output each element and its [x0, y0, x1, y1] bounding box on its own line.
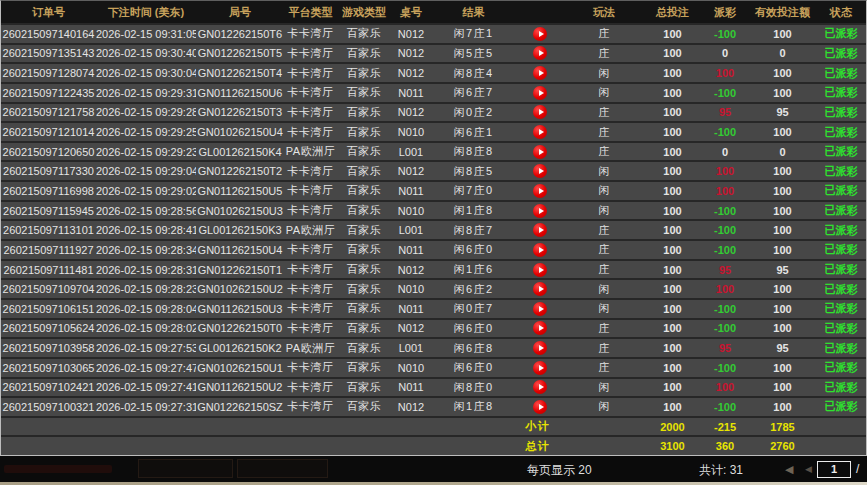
subtotal-valid-bet: 1785 [749, 421, 816, 433]
result-cell: 闲7庄1 [431, 26, 516, 41]
game-type-cell: 百家乐 [337, 341, 391, 356]
replay-cell [516, 145, 564, 159]
bet-time-cell: 2026-02-15 09:28:34 [96, 244, 196, 256]
bet-time-cell: 2026-02-15 09:28:31 [96, 264, 196, 276]
replay-video-button[interactable] [533, 164, 547, 178]
status-badge: 已派彩 [816, 301, 866, 316]
total-valid-bet: 2760 [749, 440, 816, 452]
total-bet-cell: 100 [644, 401, 701, 413]
order-id-cell: 260215097122435 [1, 87, 96, 99]
replay-cell [516, 243, 564, 257]
payout-cell: -100 [701, 303, 749, 315]
platform-cell: 卡卡湾厅 [284, 301, 337, 316]
replay-video-button[interactable] [533, 204, 547, 218]
replay-video-button[interactable] [533, 86, 547, 100]
table-no-cell: N011 [391, 87, 431, 99]
replay-video-button[interactable] [533, 125, 547, 139]
replay-cell [516, 46, 564, 60]
result-cell: 闲8庄5 [431, 164, 516, 179]
play-type-cell: 闲 [564, 399, 644, 414]
game-type-cell: 百家乐 [337, 183, 391, 198]
replay-video-button[interactable] [533, 380, 547, 394]
replay-cell [516, 361, 564, 375]
first-page-button[interactable]: ◀ [785, 463, 793, 476]
valid-bet-cell: 100 [749, 126, 816, 138]
replay-video-button[interactable] [533, 263, 547, 277]
replay-video-button[interactable] [533, 341, 547, 355]
order-id-cell: 260215097115945 [1, 205, 96, 217]
payout-cell: -100 [701, 362, 749, 374]
table-no-cell: N010 [391, 126, 431, 138]
total-count-label: 共计: 31 [699, 462, 743, 479]
payout-cell: -100 [701, 205, 749, 217]
platform-cell: 卡卡湾厅 [284, 242, 337, 257]
prev-page-button[interactable]: ◀ [805, 464, 812, 474]
payout-cell: 0 [701, 47, 749, 59]
game-type-cell: 百家乐 [337, 26, 391, 41]
per-page-label: 每页显示 20 [527, 462, 592, 479]
replay-video-button[interactable] [533, 243, 547, 257]
total-bet-cell: 100 [644, 342, 701, 354]
round-id-cell: GN012262150T6 [196, 28, 284, 40]
valid-bet-cell: 100 [749, 303, 816, 315]
replay-cell [516, 341, 564, 355]
table-row: 260215097121014 2026-02-15 09:29:25 GN01… [1, 121, 866, 141]
bet-time-cell: 2026-02-15 09:27:47 [96, 362, 196, 374]
order-id-cell: 260215097105624 [1, 322, 96, 334]
game-type-cell: 百家乐 [337, 262, 391, 277]
valid-bet-cell: 100 [749, 283, 816, 295]
status-badge: 已派彩 [816, 321, 866, 336]
status-badge: 已派彩 [816, 242, 866, 257]
round-id-cell: GL001262150K4 [196, 146, 284, 158]
bet-time-cell: 2026-02-15 09:28:04 [96, 303, 196, 315]
replay-video-button[interactable] [533, 27, 547, 41]
replay-cell [516, 380, 564, 394]
replay-video-button[interactable] [533, 302, 547, 316]
bet-time-cell: 2026-02-15 09:27:53 [96, 342, 196, 354]
status-badge: 已派彩 [816, 282, 866, 297]
play-icon [539, 168, 544, 174]
play-icon [539, 247, 544, 253]
order-id-cell: 260215097121014 [1, 126, 96, 138]
replay-video-button[interactable] [533, 184, 547, 198]
result-cell: 闲8庄7 [431, 223, 516, 238]
table-no-cell: N012 [391, 47, 431, 59]
payout-cell: -100 [701, 28, 749, 40]
table-row: 260215097102421 2026-02-15 09:27:41 GN01… [1, 377, 866, 397]
result-cell: 闲1庄8 [431, 203, 516, 218]
bet-time-cell: 2026-02-15 09:29:02 [96, 185, 196, 197]
platform-cell: 卡卡湾厅 [284, 183, 337, 198]
status-badge: 已派彩 [816, 183, 866, 198]
play-type-cell: 庄 [564, 46, 644, 61]
replay-video-button[interactable] [533, 400, 547, 414]
replay-video-button[interactable] [533, 46, 547, 60]
total-bet-cell: 100 [644, 303, 701, 315]
replay-video-button[interactable] [533, 223, 547, 237]
round-id-cell: GL001262150K3 [196, 224, 284, 236]
bet-time-cell: 2026-02-15 09:29:25 [96, 126, 196, 138]
game-type-cell: 百家乐 [337, 360, 391, 375]
result-cell: 闲8庄0 [431, 380, 516, 395]
status-badge: 已派彩 [816, 125, 866, 140]
dimmed-background-button [237, 459, 328, 478]
page-number-input[interactable]: 1 [817, 461, 851, 478]
replay-video-button[interactable] [533, 282, 547, 296]
replay-video-button[interactable] [533, 361, 547, 375]
valid-bet-cell: 100 [749, 224, 816, 236]
column-header-bet-time: 下注时间 (美东) [96, 5, 196, 20]
dimmed-background-button [138, 459, 233, 478]
play-type-cell: 闲 [564, 301, 644, 316]
round-id-cell: GN012262150T3 [196, 106, 284, 118]
replay-video-button[interactable] [533, 66, 547, 80]
replay-video-button[interactable] [533, 105, 547, 119]
bet-time-cell: 2026-02-15 09:27:31 [96, 401, 196, 413]
play-icon [539, 365, 544, 371]
play-icon [539, 286, 544, 292]
result-cell: 闲5庄5 [431, 46, 516, 61]
replay-video-button[interactable] [533, 321, 547, 335]
replay-cell [516, 125, 564, 139]
replay-video-button[interactable] [533, 145, 547, 159]
status-badge: 已派彩 [816, 46, 866, 61]
platform-cell: 卡卡湾厅 [284, 66, 337, 81]
payout-cell: 100 [701, 381, 749, 393]
